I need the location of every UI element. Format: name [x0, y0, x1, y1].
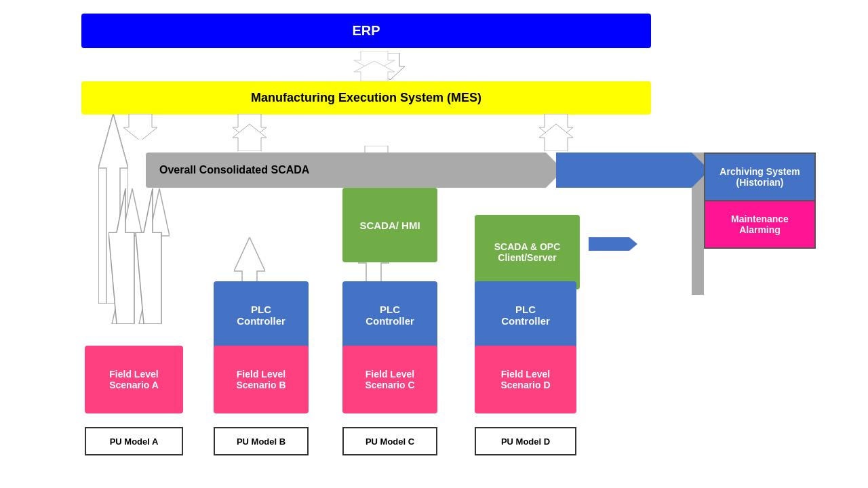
- blue-arrow: [556, 152, 692, 188]
- mes-scada-arrow-b: [233, 114, 267, 151]
- pu-model-b: PU Model B: [214, 427, 309, 455]
- scada-hmi-box: SCADA/ HMI: [342, 188, 437, 262]
- plc-c: PLCController: [342, 281, 437, 349]
- diagram-container: ERP Manufacturing Execution System (MES): [0, 0, 868, 488]
- svg-rect-5: [134, 140, 146, 151]
- mes-historian-arrow: [539, 114, 573, 151]
- pu-model-d: PU Model D: [475, 427, 576, 455]
- col-a-arrows: [108, 188, 170, 324]
- field-d: Field LevelScenario D: [475, 346, 576, 413]
- opc-to-panel-arrow: [589, 237, 629, 251]
- pu-model-a: PU Model A: [85, 427, 183, 455]
- archiving-box: Archiving System (Historian): [705, 154, 814, 201]
- pu-model-c: PU Model C: [342, 427, 437, 455]
- field-a: Field LevelScenario A: [85, 346, 183, 413]
- main-layout: ERP Manufacturing Execution System (MES): [41, 14, 841, 474]
- plc-b: PLCController: [214, 281, 309, 349]
- scada-opc-box: SCADA & OPC Client/Server: [475, 215, 580, 289]
- maintenance-box: Maintenance Alarming: [705, 201, 814, 247]
- field-b: Field LevelScenario B: [214, 346, 309, 413]
- erp-bar: ERP: [81, 14, 651, 48]
- mes-scada-arrow-a: [123, 114, 157, 151]
- mes-bar: Manufacturing Execution System (MES): [81, 81, 651, 115]
- svg-marker-4: [123, 114, 157, 141]
- scada-consolidated-bar: Overall Consolidated SCADA: [146, 152, 546, 188]
- svg-marker-3: [354, 61, 395, 81]
- plc-d: PLCController: [475, 281, 576, 349]
- erp-mes-double-arrow: [354, 51, 395, 81]
- right-panel: Archiving System (Historian) Maintenance…: [704, 152, 816, 249]
- field-c: Field LevelScenario C: [342, 346, 437, 413]
